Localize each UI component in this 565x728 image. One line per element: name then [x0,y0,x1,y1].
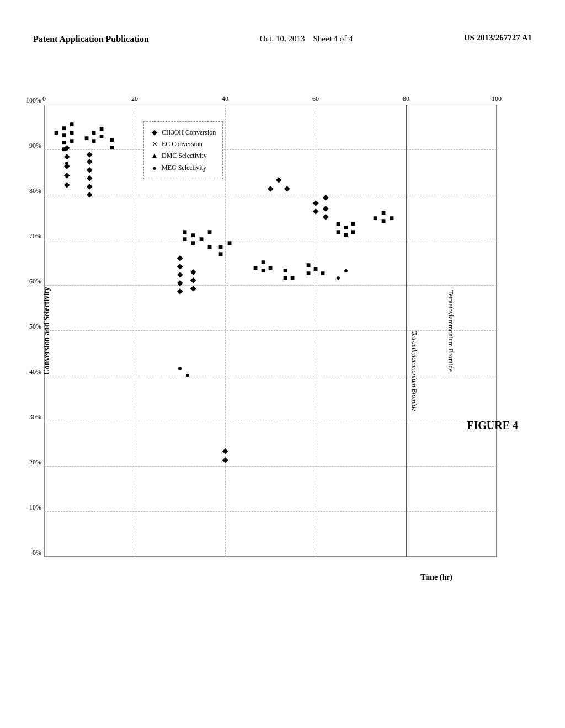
dp-ec-19: ■ [191,232,195,239]
dp-ec-42: ■ [351,220,355,228]
dp-ec-45: ■ [381,209,386,217]
patent-number: US 2013/267727 A1 [464,33,532,42]
grid-line-40 [44,376,497,376]
dp-meg-2: ● [178,365,182,372]
dp-ch3oh-28: ◆ [323,213,328,220]
y-tick-70: 70% [29,232,41,240]
legend-item-dmc: ▲ DMC Selectivity [151,149,216,162]
y-tick-20: 20% [29,458,41,467]
dp-ch3oh-21: ◆ [222,447,228,454]
y-tick-10: 10% [29,504,41,512]
x-axis-label: Time (hr) [420,573,452,582]
grid-line-50 [44,330,497,331]
dp-ec-31: ■ [283,274,287,282]
sheet-info: Sheet 4 of 4 [313,34,353,43]
dp-ch3oh-19: ◆ [190,285,196,292]
y-tick-90: 90% [29,142,41,150]
legend-symbol-dmc: ▲ [151,149,158,162]
x-tick-60: 60 [312,95,319,103]
dp-ec-47: ■ [390,215,394,222]
dp-ec-8: ■ [54,129,58,137]
chart-border [44,105,497,557]
dp-ch3oh-23: ◆ [276,176,281,183]
dp-ec-14: ■ [84,135,89,142]
y-tick-50: 50% [29,323,41,331]
chart-area: Conversion and Selectivity Time (hr) 0% … [44,105,497,557]
y-tick-80: 80% [29,187,41,195]
dp-ch3oh-24: ◆ [284,185,290,192]
dp-ec-25: ■ [227,239,232,247]
grid-line-60 [44,285,497,286]
legend-item-ch3oh: ◆ CH3OH Conversion [151,126,216,138]
x-tick-20: 20 [131,95,138,103]
dp-ec-12: ■ [99,133,104,141]
dp-ch3oh-27: ◆ [323,205,328,212]
dp-ec-20: ■ [191,239,195,247]
legend-symbol-ch3oh: ◆ [151,126,158,138]
x-tick-80: 80 [403,95,409,103]
dp-ec-7: ■ [62,146,66,153]
legend-label-ch3oh: CH3OH Conversion [162,127,216,138]
y-tick-0: 0% [33,549,41,557]
dp-ec-35: ■ [306,261,311,269]
dp-ec-18: ■ [183,235,187,243]
dp-ch3oh-9: ◆ [87,174,92,181]
legend-label-ec: EC Conversion [162,138,202,149]
dp-ch3oh-6: ◆ [87,158,92,165]
dp-ec-11: ■ [92,129,96,137]
dp-meg-3: ● [185,372,190,379]
publication-title: Patent Application Publication [33,34,149,44]
pub-date: Oct. 10, 2013 [260,34,305,43]
legend-label-meg: MEG Selectivity [162,162,206,173]
dp-ch3oh-25: ◆ [313,207,318,215]
y-tick-30: 30% [29,413,41,421]
dp-ec-40: ■ [344,231,348,239]
dp-ec-37: ■ [321,270,325,277]
dp-ec-32: ■ [290,274,295,282]
dp-ec-33: ■ [283,267,287,275]
legend-label-dmc: DMC Selectivity [162,150,207,161]
legend-item-meg: ● MEG Selectivity [151,162,216,174]
dp-ec-27: ■ [253,264,258,272]
dp-ch3oh-12: ◆ [177,271,183,278]
dp-ec-22: ■ [207,228,212,236]
chart-annotation: Tetraethylammonium Bromide [410,331,418,411]
legend-symbol-meg: ● [151,162,158,174]
legend-symbol-ec: ✕ [151,139,158,149]
page: Patent Application Publication Oct. 10, … [0,0,565,728]
dp-ch3oh-7: ◆ [87,166,92,173]
dp-ec-3: ■ [62,125,66,132]
grid-line-10 [44,511,497,512]
x-tick-100: 100 [492,95,502,103]
header-left: Patent Application Publication [33,33,149,45]
dp-ch3oh-15: ◆ [177,279,183,286]
dp-meg-1: ● [65,159,69,167]
dp-ch3oh-8: ◆ [87,151,92,158]
dp-ec-2: ■ [62,132,66,140]
dp-ec-30: ■ [268,264,273,272]
header-center: Oct. 10, 2013 Sheet 4 of 4 [260,33,353,45]
dp-ec-16: ■ [110,136,114,144]
dp-ch3oh-18: ◆ [190,268,196,275]
dp-ec-15: ■ [110,144,114,152]
dp-ch3oh-17: ◆ [190,276,196,283]
grid-line-20 [44,466,497,467]
dp-ch3oh-10: ◆ [87,183,92,190]
dp-ec-43: ■ [336,220,340,228]
y-tick-60: 60% [29,277,41,286]
dp-ec-44: ■ [373,215,377,222]
dp-ch3oh-20: ◆ [222,456,228,463]
grid-vline-60 [316,105,316,557]
grid-vline-40 [225,105,226,557]
dp-ch3oh-29: ◆ [323,194,328,201]
dp-ec-5: ■ [70,129,74,137]
dp-ec-38: ■ [336,228,340,236]
dp-ec-4: ■ [70,137,74,145]
dp-ec-23: ■ [207,243,212,251]
dp-ec-41: ■ [351,228,355,236]
dp-ec-29: ■ [261,267,265,275]
y-tick-40: 40% [29,368,41,376]
dp-ch3oh-4: ◆ [64,172,70,179]
legend: ◆ CH3OH Conversion ✕ EC Conversion ▲ DMC… [143,121,223,179]
y-axis-label: Conversion and Selectivity [42,287,51,374]
